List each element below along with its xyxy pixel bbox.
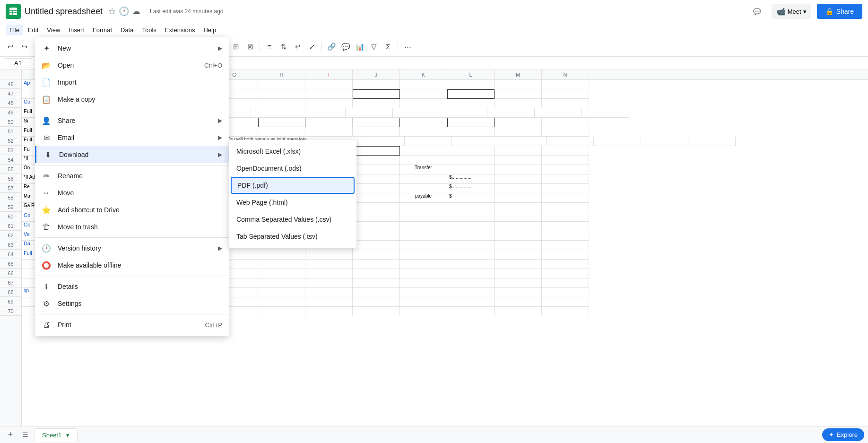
menu-item-share[interactable]: 👤 Share ▶ xyxy=(35,112,229,129)
cell-j57[interactable] xyxy=(353,184,400,193)
cell-k50[interactable] xyxy=(400,118,447,127)
menu-item-new[interactable]: ✦ New ▶ xyxy=(35,40,229,57)
cell-j62[interactable] xyxy=(353,231,400,241)
cell-n46[interactable] xyxy=(542,80,589,89)
cell-l54[interactable] xyxy=(447,156,495,165)
cell-n53[interactable] xyxy=(542,146,589,156)
cell-j59[interactable] xyxy=(353,203,400,212)
cell-n63[interactable] xyxy=(542,241,589,250)
menu-item-version-history[interactable]: 🕐 Version history ▶ xyxy=(35,240,229,257)
submenu-ods[interactable]: OpenDocument (.ods) xyxy=(229,160,356,177)
cell-k61[interactable] xyxy=(400,222,447,231)
cell-m52[interactable] xyxy=(641,137,688,146)
cell-h46[interactable] xyxy=(258,80,305,89)
redo-button[interactable]: ↪ xyxy=(18,40,31,53)
cell-n58[interactable] xyxy=(542,193,589,203)
cell-l53[interactable] xyxy=(447,146,495,156)
menu-item-import[interactable]: 📄 Import xyxy=(35,74,229,91)
cell-k62[interactable] xyxy=(400,231,447,241)
menu-item-move[interactable]: ↔ Move xyxy=(35,184,229,201)
cell-n51[interactable] xyxy=(542,127,589,137)
cell-n49[interactable] xyxy=(582,108,629,118)
cell-l58[interactable]: $ xyxy=(447,193,495,203)
cell-j54[interactable] xyxy=(353,156,400,165)
function-button[interactable]: Σ xyxy=(382,40,395,53)
meet-button[interactable]: 📹 Meet ▾ xyxy=(772,4,811,19)
cell-h52[interactable] xyxy=(405,137,452,146)
cell-m50[interactable] xyxy=(495,118,542,127)
menu-item-add-shortcut[interactable]: ⭐ Add shortcut to Drive xyxy=(35,201,229,218)
cell-k53[interactable] xyxy=(400,146,447,156)
cell-m51[interactable] xyxy=(495,127,542,137)
cell-j47[interactable] xyxy=(353,89,400,99)
cell-g52[interactable] xyxy=(357,137,405,146)
cell-n52[interactable] xyxy=(688,137,736,146)
menu-insert[interactable]: Insert xyxy=(65,25,88,35)
cell-i50[interactable] xyxy=(305,118,353,127)
cell-k59[interactable] xyxy=(400,203,447,212)
menu-help[interactable]: Help xyxy=(200,25,220,35)
menu-item-email[interactable]: ✉ Email ▶ xyxy=(35,129,229,146)
menu-view[interactable]: View xyxy=(43,25,64,35)
cloud-icon[interactable]: ☁ xyxy=(132,6,140,17)
cell-l49[interactable] xyxy=(487,108,535,118)
cell-j63[interactable] xyxy=(353,241,400,250)
cell-j55[interactable] xyxy=(353,165,400,174)
cell-n54[interactable] xyxy=(542,156,589,165)
cell-k57[interactable] xyxy=(400,184,447,193)
cell-j46[interactable] xyxy=(353,80,400,89)
cell-j49[interactable] xyxy=(393,108,440,118)
menu-tools[interactable]: Tools xyxy=(138,25,160,35)
filter-button[interactable]: ▽ xyxy=(367,40,381,53)
cell-i48[interactable] xyxy=(305,99,353,108)
cell-m60[interactable] xyxy=(495,212,542,222)
cell-j52[interactable] xyxy=(499,137,547,146)
undo-button[interactable]: ↩ xyxy=(4,40,17,53)
cell-l55[interactable] xyxy=(447,165,495,174)
cell-n62[interactable] xyxy=(542,231,589,241)
menu-item-make-copy[interactable]: 📋 Make a copy xyxy=(35,91,229,108)
cell-m56[interactable] xyxy=(495,174,542,184)
cell-m62[interactable] xyxy=(495,231,542,241)
cell-m59[interactable] xyxy=(495,203,542,212)
cell-k58[interactable]: payable xyxy=(400,193,447,203)
cell-l56[interactable]: $............... xyxy=(447,174,495,184)
menu-item-settings[interactable]: ⚙ Settings xyxy=(35,295,229,312)
sheets-list-button[interactable]: ☰ xyxy=(19,428,32,442)
cell-i64[interactable] xyxy=(305,250,353,260)
cell-m46[interactable] xyxy=(495,80,542,89)
cell-m57[interactable] xyxy=(495,184,542,193)
cell-m54[interactable] xyxy=(495,156,542,165)
menu-item-print[interactable]: 🖨 Print Ctrl+P xyxy=(35,316,229,333)
cell-l59[interactable] xyxy=(447,203,495,212)
comments-button[interactable]: 💬 xyxy=(749,3,766,20)
cell-m48[interactable] xyxy=(495,99,542,108)
cell-l64[interactable] xyxy=(447,250,495,260)
cell-j61[interactable] xyxy=(353,222,400,231)
cell-n48[interactable] xyxy=(542,99,589,108)
cell-k54[interactable] xyxy=(400,156,447,165)
cell-j64[interactable] xyxy=(353,250,400,260)
valign-button[interactable]: ⇅ xyxy=(277,40,290,53)
share-button[interactable]: 🔒 Share xyxy=(817,4,862,19)
submenu-xlsx[interactable]: Microsoft Excel (.xlsx) xyxy=(229,143,356,160)
comment-button[interactable]: 💬 xyxy=(339,40,352,53)
cell-l57[interactable]: $............... xyxy=(447,184,495,193)
link-button[interactable]: 🔗 xyxy=(325,40,338,53)
merge-button[interactable]: ⊠ xyxy=(243,40,257,53)
cell-i52[interactable] xyxy=(452,137,499,146)
cell-h48[interactable] xyxy=(258,99,305,108)
cell-l60[interactable] xyxy=(447,212,495,222)
cell-g49[interactable] xyxy=(251,108,298,118)
menu-item-download[interactable]: ⬇ Download ▶ xyxy=(35,146,229,163)
cell-l46[interactable] xyxy=(447,80,495,89)
cell-n64[interactable] xyxy=(542,250,589,260)
cell-i46[interactable] xyxy=(305,80,353,89)
cell-m47[interactable] xyxy=(495,89,542,99)
cell-j53[interactable] xyxy=(353,146,400,156)
cell-h47[interactable] xyxy=(258,89,305,99)
add-sheet-button[interactable]: + xyxy=(4,428,17,442)
cell-n57[interactable] xyxy=(542,184,589,193)
menu-item-open[interactable]: 📂 Open Ctrl+O xyxy=(35,57,229,74)
cell-j58[interactable] xyxy=(353,193,400,203)
